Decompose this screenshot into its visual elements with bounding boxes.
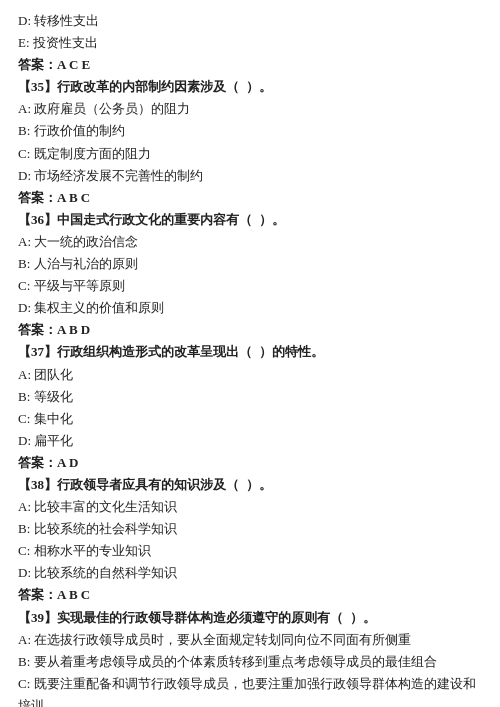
- content-line-q36_a: A: 大一统的政治信念: [18, 231, 482, 253]
- content-line-d_transfer: D: 转移性支出: [18, 10, 482, 32]
- content-line-q38_a: A: 比较丰富的文化生活知识: [18, 496, 482, 518]
- content-line-ans_36: 答案：A B D: [18, 319, 482, 341]
- content-line-q37_c: C: 集中化: [18, 408, 482, 430]
- content-line-q39_c: C: 既要注重配备和调节行政领导成员，也要注重加强行政领导群体构造的建设和培训: [18, 673, 482, 707]
- content-line-q35_d: D: 市场经济发展不完善性的制约: [18, 165, 482, 187]
- content-line-q38_d: D: 比较系统的自然科学知识: [18, 562, 482, 584]
- content-line-q36_b: B: 人治与礼治的原则: [18, 253, 482, 275]
- content-line-ans_35_pre: 答案：A C E: [18, 54, 482, 76]
- content-line-q37_b: B: 等级化: [18, 386, 482, 408]
- content-line-q35: 【35】行政改革的内部制约因素涉及（ ）。: [18, 76, 482, 98]
- content-line-q36_c: C: 平级与平等原则: [18, 275, 482, 297]
- content-line-q37: 【37】行政组织构造形式的改革呈现出（ ）的特性。: [18, 341, 482, 363]
- content-line-ans_38: 答案：A B C: [18, 584, 482, 606]
- content-line-q39_b: B: 要从着重考虑领导成员的个体素质转移到重点考虑领导成员的最佳组合: [18, 651, 482, 673]
- content-line-q36: 【36】中国走式行政文化的重要内容有（ ）。: [18, 209, 482, 231]
- content-line-q37_d: D: 扁平化: [18, 430, 482, 452]
- content-line-q38: 【38】行政领导者应具有的知识涉及（ ）。: [18, 474, 482, 496]
- content-line-q35_a: A: 政府雇员（公务员）的阻力: [18, 98, 482, 120]
- content-container: D: 转移性支出E: 投资性支出答案：A C E【35】行政改革的内部制约因素涉…: [18, 10, 482, 707]
- content-line-q35_c: C: 既定制度方面的阻力: [18, 143, 482, 165]
- content-line-q37_a: A: 团队化: [18, 364, 482, 386]
- content-line-q35_b: B: 行政价值的制约: [18, 120, 482, 142]
- content-line-q39: 【39】实现最佳的行政领导群体构造必须遵守的原则有（ ）。: [18, 607, 482, 629]
- content-line-q39_a: A: 在选拔行政领导成员时，要从全面规定转划同向位不同面有所侧重: [18, 629, 482, 651]
- content-line-q38_c: C: 相称水平的专业知识: [18, 540, 482, 562]
- content-line-q38_b: B: 比较系统的社会科学知识: [18, 518, 482, 540]
- content-line-ans_37: 答案：A D: [18, 452, 482, 474]
- content-line-ans_35: 答案：A B C: [18, 187, 482, 209]
- content-line-e_investment: E: 投资性支出: [18, 32, 482, 54]
- content-line-q36_d: D: 集权主义的价值和原则: [18, 297, 482, 319]
